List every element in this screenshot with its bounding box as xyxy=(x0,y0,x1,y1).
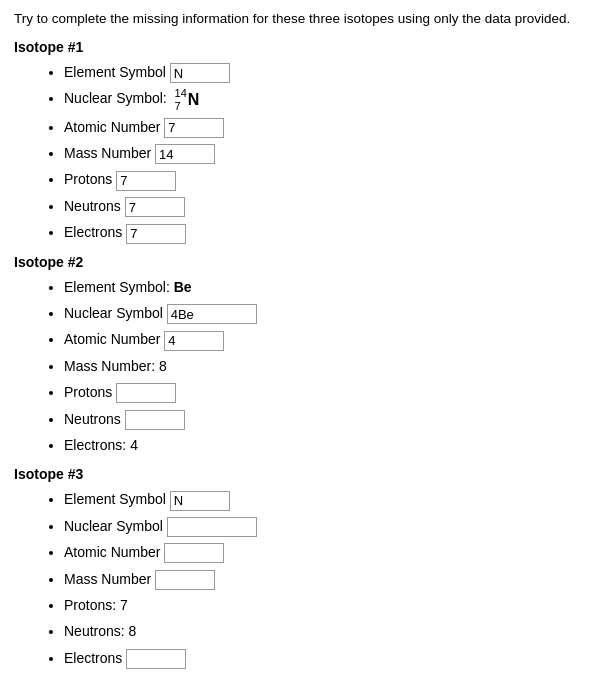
isotope-3-protons-value: 7 xyxy=(120,597,128,613)
isotope-2-neutrons-item: Neutrons xyxy=(64,408,583,430)
isotope-3-neutrons-value: 8 xyxy=(129,623,137,639)
isotope-2-mass-number-value: 8 xyxy=(159,358,167,374)
isotope-1-electrons-item: Electrons xyxy=(64,221,583,243)
isotope-3-neutrons-item: Neutrons: 8 xyxy=(64,620,583,642)
isotope-3-atomic-number-item: Atomic Number xyxy=(64,541,583,563)
isotope-3-protons-label: Protons: xyxy=(64,597,116,613)
isotope-3-nuclear-symbol-label: Nuclear Symbol xyxy=(64,518,163,534)
isotope-2-protons-label: Protons xyxy=(64,384,112,400)
isotope-1-element-symbol-input[interactable] xyxy=(170,63,230,83)
isotope-1-nuclear-symbol-item: Nuclear Symbol: 14 7 N xyxy=(64,87,583,111)
isotope-3-element-symbol-label: Element Symbol xyxy=(64,491,166,507)
isotope-2-atomic-number-item: Atomic Number xyxy=(64,328,583,350)
isotope-2-mass-number-item: Mass Number: 8 xyxy=(64,355,583,377)
isotope-1-neutrons-label: Neutrons xyxy=(64,198,121,214)
isotope-2-neutrons-input[interactable] xyxy=(125,410,185,430)
isotope-2-electrons-label: Electrons: xyxy=(64,437,126,453)
isotope-2-block: Isotope #2 Element Symbol: Be Nuclear Sy… xyxy=(14,254,583,457)
isotope-1-protons-item: Protons xyxy=(64,168,583,190)
isotope-2-title: Isotope #2 xyxy=(14,254,583,270)
isotope-3-electrons-label: Electrons xyxy=(64,650,122,666)
isotope-2-neutrons-label: Neutrons xyxy=(64,411,121,427)
isotope-1-atomic-number-input[interactable] xyxy=(164,118,224,138)
isotope-1-element-symbol-item: Element Symbol xyxy=(64,61,583,83)
isotope-1-protons-label: Protons xyxy=(64,171,112,187)
isotope-1-neutrons-input[interactable] xyxy=(125,197,185,217)
isotope-2-element-symbol-item: Element Symbol: Be xyxy=(64,276,583,298)
isotope-1-electrons-input[interactable] xyxy=(126,224,186,244)
isotope-1-nuclear-symbol-label: Nuclear Symbol: xyxy=(64,90,167,106)
isotope-3-element-symbol-item: Element Symbol xyxy=(64,488,583,510)
isotope-3-atomic-number-input[interactable] xyxy=(164,543,224,563)
isotope-3-title: Isotope #3 xyxy=(14,466,583,482)
isotope-3-electrons-item: Electrons xyxy=(64,647,583,669)
isotope-2-nuclear-symbol-item: Nuclear Symbol xyxy=(64,302,583,324)
isotope-2-nuclear-symbol-input[interactable] xyxy=(167,304,257,324)
isotope-2-protons-input[interactable] xyxy=(116,383,176,403)
isotope-1-neutrons-item: Neutrons xyxy=(64,195,583,217)
isotope-1-element-symbol-label: Element Symbol xyxy=(64,64,166,80)
isotope-2-electrons-value: 4 xyxy=(130,437,138,453)
isotope-2-atomic-number-label: Atomic Number xyxy=(64,331,160,347)
isotope-1-atomic-number-label: Atomic Number xyxy=(64,119,160,135)
instructions-text: Try to complete the missing information … xyxy=(14,10,583,29)
isotope-3-electrons-input[interactable] xyxy=(126,649,186,669)
isotope-1-block: Isotope #1 Element Symbol Nuclear Symbol… xyxy=(14,39,583,244)
isotope-3-mass-number-input[interactable] xyxy=(155,570,215,590)
isotope-3-protons-item: Protons: 7 xyxy=(64,594,583,616)
isotope-1-mass-number-item: Mass Number xyxy=(64,142,583,164)
isotope-3-neutrons-label: Neutrons: xyxy=(64,623,125,639)
isotope-2-element-symbol-value: Be xyxy=(174,279,192,295)
isotope-1-mass-number-super: 14 xyxy=(175,87,187,99)
isotope-3-block: Isotope #3 Element Symbol Nuclear Symbol… xyxy=(14,466,583,669)
isotope-2-element-symbol-label: Element Symbol: xyxy=(64,279,170,295)
isotope-2-protons-item: Protons xyxy=(64,381,583,403)
isotope-3-element-symbol-input[interactable] xyxy=(170,491,230,511)
isotope-3-nuclear-symbol-item: Nuclear Symbol xyxy=(64,515,583,537)
isotope-3-mass-number-label: Mass Number xyxy=(64,571,151,587)
isotope-1-protons-input[interactable] xyxy=(116,171,176,191)
isotope-2-electrons-item: Electrons: 4 xyxy=(64,434,583,456)
isotope-2-atomic-number-input[interactable] xyxy=(164,331,224,351)
isotope-1-mass-number-label: Mass Number xyxy=(64,145,151,161)
isotope-1-nuclear-element-sym: N xyxy=(188,92,200,108)
isotope-3-atomic-number-label: Atomic Number xyxy=(64,544,160,560)
isotope-2-mass-number-label: Mass Number: xyxy=(64,358,155,374)
isotope-1-mass-number-input[interactable] xyxy=(155,144,215,164)
isotope-1-nuclear-symbol-display: 14 7 N xyxy=(175,87,200,111)
isotope-2-nuclear-symbol-label: Nuclear Symbol xyxy=(64,305,163,321)
isotope-1-atomic-number-sub: 7 xyxy=(175,100,187,112)
isotope-1-atomic-number-item: Atomic Number xyxy=(64,116,583,138)
isotope-3-nuclear-symbol-input[interactable] xyxy=(167,517,257,537)
isotope-1-electrons-label: Electrons xyxy=(64,224,122,240)
isotope-1-title: Isotope #1 xyxy=(14,39,583,55)
isotope-3-mass-number-item: Mass Number xyxy=(64,568,583,590)
